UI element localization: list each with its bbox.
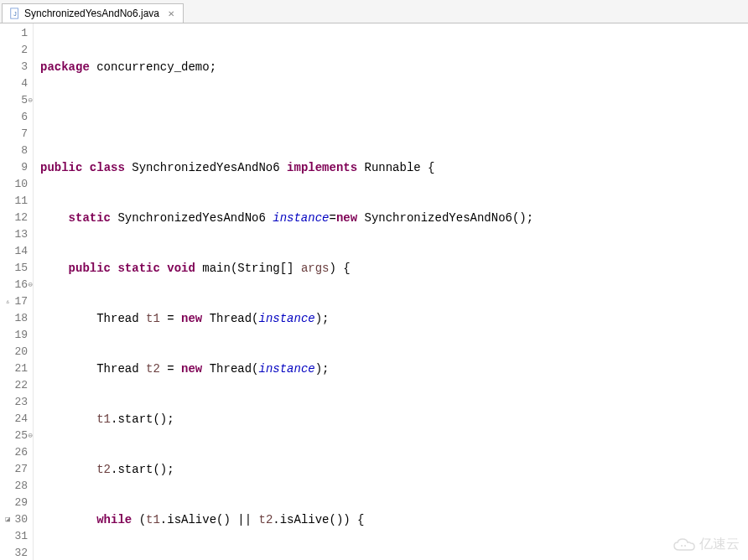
- line-number: 2: [0, 42, 28, 59]
- task-marker-icon[interactable]: ◪: [2, 511, 10, 528]
- tab-filename: SynchronizedYesAndNo6.java: [24, 8, 159, 19]
- line-number: 26: [0, 444, 28, 461]
- line-number: 24: [0, 411, 28, 428]
- line-number: 31: [0, 528, 28, 545]
- line-number: 18: [0, 310, 28, 327]
- code-line: package concurrency_demo;: [40, 59, 748, 75]
- java-file-icon: J: [9, 8, 21, 19]
- code-line: public class SynchronizedYesAndNo6 imple…: [40, 159, 748, 176]
- code-line: public static void main(String[] args) {: [40, 260, 748, 277]
- line-number: 6: [0, 109, 28, 126]
- editor-area: 1 2 3 4 5⊖ 6 7 8 9 10 11 12 13 14 15 16⊖…: [0, 23, 748, 560]
- line-number: 9: [0, 159, 28, 176]
- line-number: 19: [0, 327, 28, 344]
- code-line: static SynchronizedYesAndNo6 instance=ne…: [40, 210, 748, 226]
- line-number: 8: [0, 143, 28, 159]
- line-number: 29: [0, 495, 28, 511]
- editor-tab[interactable]: J SynchronizedYesAndNo6.java ✕: [2, 3, 184, 23]
- line-number: 20: [0, 344, 28, 360]
- code-line: Thread t2 = new Thread(instance);: [40, 360, 748, 377]
- fold-icon[interactable]: ⊖: [29, 277, 33, 293]
- line-number: 15: [0, 260, 28, 277]
- code-editor[interactable]: package concurrency_demo; public class S…: [34, 23, 748, 560]
- line-number: 11: [0, 193, 28, 210]
- line-number: 21: [0, 360, 28, 377]
- line-number: ▵17: [0, 293, 28, 310]
- line-number: 4: [0, 75, 28, 92]
- tab-bar: J SynchronizedYesAndNo6.java ✕: [0, 0, 748, 23]
- line-number: 10: [0, 176, 28, 193]
- close-icon[interactable]: ✕: [166, 8, 176, 18]
- line-number: 16⊖: [0, 277, 28, 293]
- line-number: 28: [0, 478, 28, 495]
- line-number: 32: [0, 545, 28, 560]
- fold-icon[interactable]: ⊖: [29, 428, 33, 444]
- code-line: t2.start();: [40, 461, 748, 478]
- override-marker-icon[interactable]: ▵: [2, 293, 10, 310]
- line-number: 5⊖: [0, 92, 28, 109]
- svg-text:J: J: [13, 11, 17, 17]
- line-number: 7: [0, 126, 28, 143]
- line-number: 27: [0, 461, 28, 478]
- fold-icon[interactable]: ⊖: [29, 92, 33, 109]
- line-number: 12: [0, 210, 28, 226]
- code-line: t1.start();: [40, 411, 748, 428]
- line-number: 13: [0, 226, 28, 243]
- line-number: 1: [0, 25, 28, 42]
- line-number: 25⊖: [0, 428, 28, 444]
- line-number: 23: [0, 394, 28, 411]
- line-number: 14: [0, 243, 28, 260]
- line-number: 22: [0, 377, 28, 394]
- line-number: ◪30: [0, 511, 28, 528]
- code-line: Thread t1 = new Thread(instance);: [40, 310, 748, 327]
- line-number-gutter[interactable]: 1 2 3 4 5⊖ 6 7 8 9 10 11 12 13 14 15 16⊖…: [0, 23, 34, 560]
- code-line: [40, 109, 748, 126]
- code-line: while (t1.isAlive() || t2.isAlive()) {: [40, 511, 748, 528]
- line-number: 3: [0, 59, 28, 75]
